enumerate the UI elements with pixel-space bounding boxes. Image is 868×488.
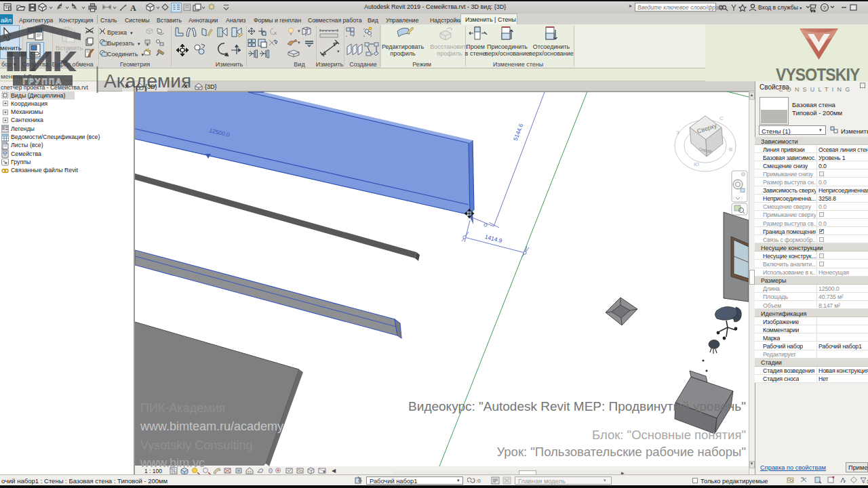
svg-text::0: :0 bbox=[476, 478, 481, 484]
svg-text:В: В bbox=[729, 146, 732, 152]
svg-text:З: З bbox=[676, 129, 679, 136]
svg-text:С: С bbox=[719, 115, 724, 121]
svg-text:Ю: Ю bbox=[694, 161, 699, 167]
svg-text:ГРУППА: ГРУППА bbox=[22, 77, 62, 85]
svg-text:?: ? bbox=[823, 5, 827, 11]
svg-text:A: A bbox=[130, 3, 136, 13]
svg-text:5144.6: 5144.6 bbox=[512, 123, 525, 142]
svg-text:1414.9: 1414.9 bbox=[484, 233, 503, 244]
svg-text::1: :1 bbox=[865, 479, 868, 484]
